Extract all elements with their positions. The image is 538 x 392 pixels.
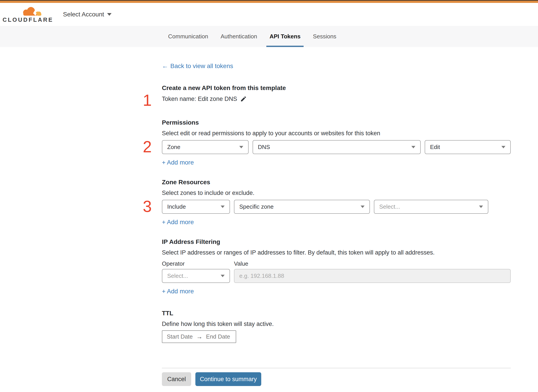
edit-pencil-icon[interactable] <box>240 96 247 102</box>
back-to-tokens-link[interactable]: ← Back to view all tokens <box>162 62 233 70</box>
ttl-description: Define how long this token will stay act… <box>162 320 511 328</box>
page-title: Create a new API token from this templat… <box>162 84 511 92</box>
ip-value-input[interactable] <box>234 269 511 283</box>
cloudflare-logo[interactable]: CLOUDFLARE <box>6 6 50 23</box>
step-number-2: 2 <box>143 139 152 155</box>
step-number-1: 1 <box>143 92 152 108</box>
zone-mode-dropdown[interactable]: Include <box>162 200 230 214</box>
permissions-row: 2 Zone DNS Edit <box>162 140 511 154</box>
value-label: Value <box>234 260 248 267</box>
operator-label: Operator <box>162 260 234 267</box>
back-arrow-icon: ← <box>162 62 168 70</box>
permissions-title: Permissions <box>162 119 511 126</box>
token-name-text: Token name: Edit zone DNS <box>162 95 237 103</box>
dropdown-caret-icon <box>360 205 365 208</box>
continue-to-summary-button[interactable]: Continue to summary <box>195 372 261 386</box>
tab-api-tokens[interactable]: API Tokens <box>269 26 300 47</box>
brand-top-bar <box>0 1 538 3</box>
account-selector-label: Select Account <box>63 11 104 18</box>
permissions-add-more-link[interactable]: + Add more <box>162 159 194 166</box>
operator-dropdown[interactable]: Select... <box>162 269 230 283</box>
ip-filtering-description: Select IP addresses or ranges of IP addr… <box>162 249 511 256</box>
zone-mode-value: Include <box>167 203 186 210</box>
permission-scope-value: Zone <box>167 144 180 150</box>
arrow-right-icon: → <box>196 333 202 340</box>
cloudflare-cloud-icon <box>20 6 44 16</box>
chevron-down-icon <box>107 13 112 16</box>
app-header: CLOUDFLARE Select Account <box>0 3 538 26</box>
permission-access-value: Edit <box>430 144 440 150</box>
token-name-row: 1 Token name: Edit zone DNS <box>162 95 511 103</box>
permissions-description: Select edit or read permissions to apply… <box>162 130 511 137</box>
permission-service-dropdown[interactable]: DNS <box>253 140 421 154</box>
zone-resources-title: Zone Resources <box>162 178 511 186</box>
permission-access-dropdown[interactable]: Edit <box>425 140 511 154</box>
main-content: ← Back to view all tokens Create a new A… <box>0 47 511 388</box>
zone-select-dropdown[interactable]: Select... <box>374 200 488 214</box>
zone-resources-row: 3 Include Specific zone Select... <box>162 200 511 214</box>
ip-filtering-title: IP Address Filtering <box>162 238 511 246</box>
zone-select-value: Select... <box>379 203 400 210</box>
permission-service-value: DNS <box>258 144 270 150</box>
ip-filtering-add-more-link[interactable]: + Add more <box>162 288 194 295</box>
tab-communication[interactable]: Communication <box>168 26 208 47</box>
zone-type-dropdown[interactable]: Specific zone <box>234 200 370 214</box>
operator-value: Select... <box>167 272 188 279</box>
cloudflare-logo-text: CLOUDFLARE <box>2 17 53 23</box>
ip-filtering-labels: Operator Value <box>162 260 511 267</box>
dropdown-caret-icon <box>479 205 483 208</box>
profile-tab-bar: Communication Authentication API Tokens … <box>0 26 538 47</box>
dropdown-caret-icon <box>501 146 505 148</box>
start-date-placeholder: Start Date <box>167 333 193 340</box>
account-selector[interactable]: Select Account <box>63 11 112 18</box>
tab-sessions[interactable]: Sessions <box>313 26 337 47</box>
dropdown-caret-icon <box>221 205 225 208</box>
permission-scope-dropdown[interactable]: Zone <box>162 140 249 154</box>
footer-divider <box>162 368 511 368</box>
back-link-label: Back to view all tokens <box>170 62 233 70</box>
dropdown-caret-icon <box>221 275 225 277</box>
zone-type-value: Specific zone <box>239 203 274 210</box>
ttl-date-range-picker[interactable]: Start Date → End Date <box>162 330 236 343</box>
ttl-title: TTL <box>162 309 511 317</box>
zone-resources-add-more-link[interactable]: + Add more <box>162 219 194 226</box>
dropdown-caret-icon <box>239 146 243 148</box>
cancel-button[interactable]: Cancel <box>162 372 191 386</box>
footer-actions: Cancel Continue to summary <box>162 372 511 388</box>
zone-resources-description: Select zones to include or exclude. <box>162 189 511 197</box>
tab-authentication[interactable]: Authentication <box>221 26 257 47</box>
ip-filtering-row: Select... <box>162 269 511 283</box>
step-number-3: 3 <box>143 198 152 215</box>
end-date-placeholder: End Date <box>206 333 230 340</box>
dropdown-caret-icon <box>411 146 415 148</box>
